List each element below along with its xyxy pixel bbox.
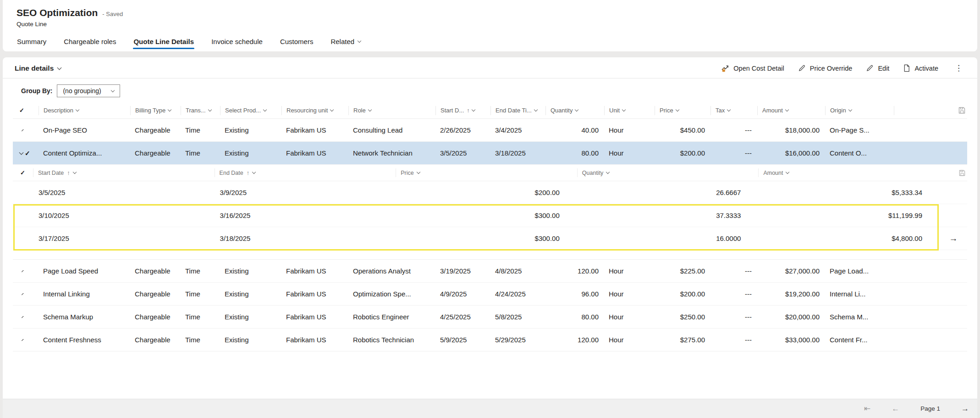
- cell-start-date[interactable]: 3/19/2025: [435, 267, 490, 275]
- tab-invoice-schedule[interactable]: Invoice schedule: [211, 34, 263, 51]
- cell-billing-type[interactable]: Chargeable: [130, 336, 181, 344]
- activate-button[interactable]: Activate: [903, 64, 938, 72]
- cell-select-product[interactable]: Existing: [220, 290, 281, 298]
- cell-start-date[interactable]: 3/10/2025: [33, 212, 215, 219]
- price-override-button[interactable]: Price Override: [798, 64, 853, 72]
- table-row[interactable]: Content Freshness Chargeable Time Existi…: [13, 329, 967, 351]
- column-header-origin[interactable]: Origin: [825, 106, 894, 115]
- cell-description[interactable]: On-Page SEO: [39, 126, 130, 134]
- cell-billing-type[interactable]: Chargeable: [130, 290, 181, 298]
- cell-unit[interactable]: Hour: [604, 149, 655, 157]
- cell-amount[interactable]: $19,200.00: [757, 290, 825, 298]
- cell-unit[interactable]: Hour: [604, 290, 655, 298]
- cell-resourcing-unit[interactable]: Fabrikam US: [281, 313, 348, 321]
- cell-resourcing-unit[interactable]: Fabrikam US: [281, 126, 348, 134]
- column-header-amount[interactable]: Amount: [757, 106, 825, 115]
- cell-start-date[interactable]: 3/17/2025: [33, 234, 215, 242]
- cell-unit[interactable]: Hour: [604, 126, 655, 134]
- cell-price[interactable]: $300.00: [396, 234, 577, 242]
- cell-end-date[interactable]: 3/4/2025: [490, 126, 545, 134]
- cell-transaction[interactable]: Time: [181, 313, 220, 321]
- expand-chevron-icon[interactable]: [19, 293, 24, 295]
- table-row[interactable]: Internal Linking Chargeable Time Existin…: [13, 283, 967, 306]
- cell-origin[interactable]: Content O...: [825, 149, 894, 157]
- cell-billing-type[interactable]: Chargeable: [130, 313, 181, 321]
- cell-select-product[interactable]: Existing: [220, 313, 281, 321]
- tab-summary[interactable]: Summary: [17, 34, 47, 51]
- cell-role[interactable]: Robotics Technician: [348, 336, 435, 344]
- cell-end-date[interactable]: 5/8/2025: [490, 313, 545, 321]
- cell-origin[interactable]: Schema M...: [825, 313, 894, 321]
- cell-amount[interactable]: $18,000.00: [757, 126, 825, 134]
- cell-amount[interactable]: $11,199.99: [758, 212, 940, 219]
- subgrid-row[interactable]: 3/5/2025 3/9/2025 $200.00 26.6667 $5,333…: [13, 181, 967, 204]
- cell-end-date[interactable]: 3/16/2025: [215, 212, 396, 219]
- cell-origin[interactable]: On-Page S...: [825, 126, 894, 134]
- cell-tax[interactable]: ---: [710, 267, 757, 275]
- cell-tax[interactable]: ---: [710, 336, 757, 344]
- table-row[interactable]: Page Load Speed Chargeable Time Existing…: [13, 260, 967, 283]
- cell-role[interactable]: Optimization Spe...: [348, 290, 435, 298]
- cell-billing-type[interactable]: Chargeable: [130, 126, 181, 134]
- cell-quantity[interactable]: 80.00: [545, 313, 604, 321]
- cell-end-date[interactable]: 5/29/2025: [490, 336, 545, 344]
- cell-price[interactable]: $250.00: [655, 313, 710, 321]
- subgrid-row-highlighted[interactable]: 3/10/2025 3/16/2025 $300.00 37.3333 $11,…: [13, 204, 967, 227]
- cell-origin[interactable]: Content Fr...: [825, 336, 894, 344]
- cell-role[interactable]: Consulting Lead: [348, 126, 435, 134]
- cell-unit[interactable]: Hour: [604, 313, 655, 321]
- cell-price[interactable]: $275.00: [655, 336, 710, 344]
- cell-origin[interactable]: Internal Li...: [825, 290, 894, 298]
- cell-billing-type[interactable]: Chargeable: [130, 149, 181, 157]
- select-all-checkbox[interactable]: ✓: [13, 106, 39, 115]
- cell-resourcing-unit[interactable]: Fabrikam US: [281, 267, 348, 275]
- column-header-end-date[interactable]: End Date↑: [215, 168, 396, 177]
- cell-role[interactable]: Network Technician: [348, 149, 435, 157]
- tab-chargeable-roles[interactable]: Chargeable roles: [63, 34, 116, 51]
- cell-start-date[interactable]: 2/26/2025: [435, 126, 490, 134]
- cell-price[interactable]: $225.00: [655, 267, 710, 275]
- cell-amount[interactable]: $16,000.00: [757, 149, 825, 157]
- cell-amount[interactable]: $33,000.00: [757, 336, 825, 344]
- column-header-select-product[interactable]: Select Prod...: [220, 106, 281, 115]
- cell-quantity[interactable]: 40.00: [545, 126, 604, 134]
- cell-description[interactable]: Page Load Speed: [39, 267, 130, 275]
- cell-end-date[interactable]: 3/9/2025: [215, 189, 396, 196]
- cell-resourcing-unit[interactable]: Fabrikam US: [281, 290, 348, 298]
- section-title[interactable]: Line details: [15, 64, 61, 72]
- cell-quantity[interactable]: 96.00: [545, 290, 604, 298]
- cell-description[interactable]: Content Optimiza...: [39, 149, 130, 157]
- cell-role[interactable]: Operations Analyst: [348, 267, 435, 275]
- cell-description[interactable]: Schema Markup: [39, 313, 130, 321]
- cell-select-product[interactable]: Existing: [220, 336, 281, 344]
- expand-chevron-icon[interactable]: [19, 129, 24, 131]
- cell-quantity[interactable]: 26.6667: [577, 189, 759, 196]
- cell-start-date[interactable]: 5/9/2025: [435, 336, 490, 344]
- cell-transaction[interactable]: Time: [181, 149, 220, 157]
- cell-tax[interactable]: ---: [710, 313, 757, 321]
- cell-quantity[interactable]: 37.3333: [577, 212, 759, 219]
- cell-start-date[interactable]: 3/5/2025: [33, 189, 215, 196]
- tab-quote-line-details[interactable]: Quote Line Details: [133, 34, 194, 51]
- cell-tax[interactable]: ---: [710, 149, 757, 157]
- cell-select-product[interactable]: Existing: [220, 149, 281, 157]
- column-header-price[interactable]: Price: [655, 106, 710, 115]
- column-header-quantity[interactable]: Quantity: [545, 106, 604, 115]
- cell-resourcing-unit[interactable]: Fabrikam US: [281, 149, 348, 157]
- cell-price[interactable]: $200.00: [396, 189, 577, 196]
- cell-start-date[interactable]: 4/9/2025: [435, 290, 490, 298]
- cell-select-product[interactable]: Existing: [220, 267, 281, 275]
- cell-end-date[interactable]: 4/24/2025: [490, 290, 545, 298]
- column-header-start-date[interactable]: Start Date↑: [33, 168, 215, 177]
- column-header-description[interactable]: Description: [39, 106, 130, 115]
- cell-select-product[interactable]: Existing: [220, 126, 281, 134]
- subgrid-select-all-checkbox[interactable]: ✓: [13, 168, 33, 177]
- tab-customers[interactable]: Customers: [280, 34, 314, 51]
- column-header-start-date[interactable]: Start D...↑: [435, 106, 490, 115]
- cell-billing-type[interactable]: Chargeable: [130, 267, 181, 275]
- cell-quantity[interactable]: 16.0000: [577, 234, 759, 242]
- cell-tax[interactable]: ---: [710, 290, 757, 298]
- table-row[interactable]: Schema Markup Chargeable Time Existing F…: [13, 306, 967, 329]
- subgrid-row-highlighted[interactable]: 3/17/2025 3/18/2025 $300.00 16.0000 $4,8…: [13, 227, 967, 250]
- cell-role[interactable]: Robotics Engineer: [348, 313, 435, 321]
